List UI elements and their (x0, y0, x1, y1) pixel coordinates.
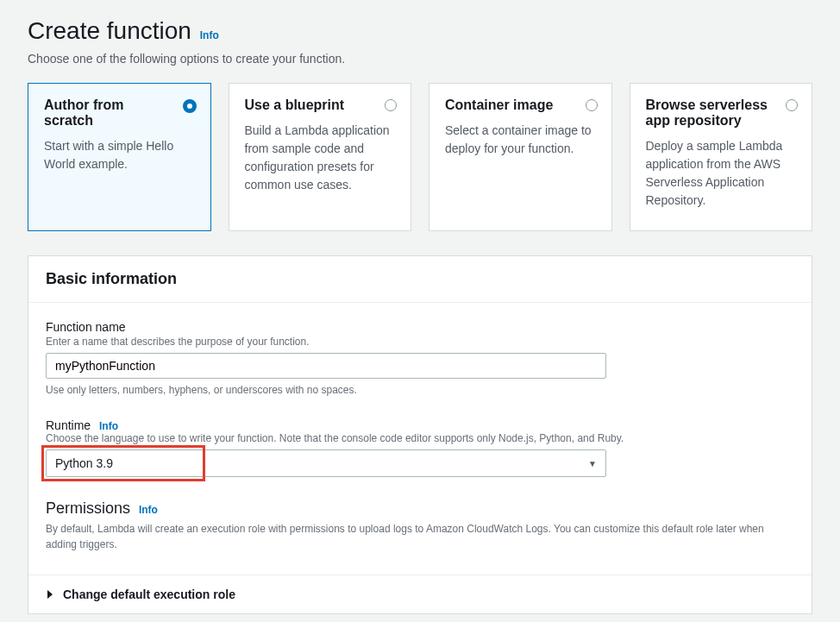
permissions-info-link[interactable]: Info (139, 504, 158, 516)
function-name-group: Function name Enter a name that describe… (46, 320, 794, 396)
radio-icon (786, 99, 798, 111)
page-subtitle: Choose one of the following options to c… (28, 52, 812, 66)
panel-header: Basic information (28, 256, 812, 303)
expand-label: Change default execution role (63, 587, 235, 601)
runtime-group: Runtime Info Choose the language to use … (46, 418, 794, 477)
page-info-link[interactable]: Info (200, 29, 219, 41)
svg-marker-0 (47, 590, 53, 599)
basic-information-panel: Basic information Function name Enter a … (28, 255, 812, 614)
creation-options: Author from scratch Start with a simple … (28, 83, 812, 231)
option-desc: Deploy a sample Lambda application from … (646, 137, 797, 210)
option-desc: Select a container image to deploy for y… (445, 122, 596, 158)
option-use-blueprint[interactable]: Use a blueprint Build a Lambda applicati… (229, 83, 412, 231)
function-name-constraint: Use only letters, numbers, hyphens, or u… (46, 384, 794, 396)
chevron-down-icon: ▼ (588, 459, 597, 468)
change-execution-role-toggle[interactable]: Change default execution role (28, 575, 812, 613)
function-name-hint: Enter a name that describes the purpose … (46, 336, 794, 348)
radio-icon (183, 99, 197, 113)
runtime-label: Runtime (46, 418, 91, 432)
option-container-image[interactable]: Container image Select a container image… (429, 83, 612, 231)
runtime-select-wrap: Python 3.9 ▼ (46, 449, 606, 477)
permissions-desc: By default, Lambda will create an execut… (46, 521, 794, 552)
panel-body: Function name Enter a name that describe… (28, 303, 812, 575)
option-title: Use a blueprint (245, 97, 396, 113)
radio-icon (385, 99, 397, 111)
page-title: Create function (28, 17, 191, 45)
permissions-group: Permissions Info By default, Lambda will… (46, 499, 794, 552)
option-desc: Start with a simple Hello World example. (44, 137, 195, 173)
option-desc: Build a Lambda application from sample c… (245, 122, 396, 194)
option-title: Author from scratch (44, 97, 195, 129)
radio-icon (586, 99, 598, 111)
option-title: Container image (445, 97, 596, 113)
option-author-from-scratch[interactable]: Author from scratch Start with a simple … (28, 83, 211, 231)
function-name-input[interactable] (46, 353, 606, 379)
runtime-select[interactable]: Python 3.9 ▼ (46, 449, 606, 477)
function-name-label: Function name (46, 320, 794, 334)
runtime-info-link[interactable]: Info (99, 420, 118, 432)
panel-title: Basic information (46, 270, 794, 288)
runtime-hint: Choose the language to use to write your… (46, 432, 794, 444)
runtime-value: Python 3.9 (55, 456, 113, 470)
option-browse-serverless[interactable]: Browse serverless app repository Deploy … (630, 83, 813, 231)
caret-right-icon (46, 587, 54, 601)
option-title: Browse serverless app repository (646, 97, 797, 129)
permissions-title: Permissions (46, 499, 130, 518)
page-header: Create function Info (28, 17, 812, 45)
